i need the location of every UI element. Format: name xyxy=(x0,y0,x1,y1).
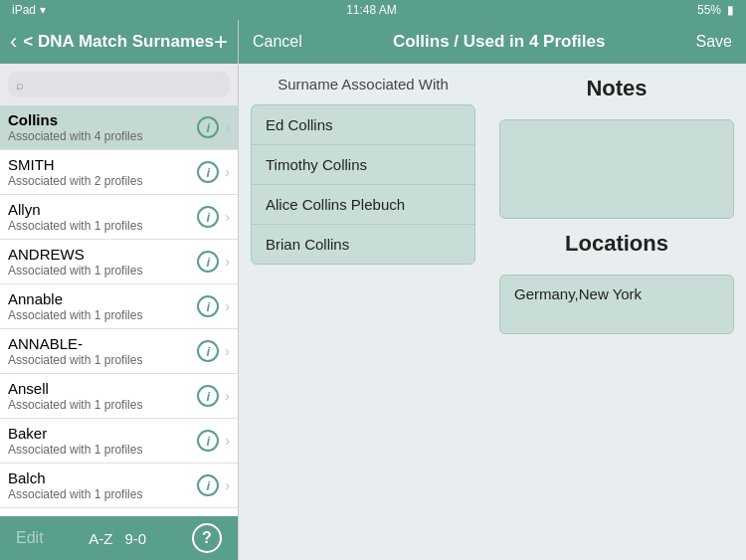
surname-info: Balch Associated with 1 profiles xyxy=(8,469,197,501)
surname-item[interactable]: BARNES Associated with 1 profiles i › xyxy=(0,508,238,516)
status-ipad: iPad xyxy=(12,3,36,17)
surname-name: Annable xyxy=(8,290,197,307)
status-time: 11:48 AM xyxy=(346,3,397,17)
surname-info: Ansell Associated with 1 profiles xyxy=(8,380,197,412)
surname-sub: Associated with 1 profiles xyxy=(8,487,197,501)
surname-item-icons: i › xyxy=(197,340,230,362)
surname-sub: Associated with 1 profiles xyxy=(8,264,197,278)
profiles-box: Ed CollinsTimothy CollinsAlice Collins P… xyxy=(251,104,475,265)
search-icon: ⌕ xyxy=(16,78,24,93)
surname-item-icons: i › xyxy=(197,251,230,273)
surname-list: Collins Associated with 4 profiles i › S… xyxy=(0,105,238,516)
chevron-right-icon: › xyxy=(225,477,230,493)
sort-az-button[interactable]: A-Z xyxy=(89,530,112,547)
chevron-right-icon: › xyxy=(225,388,230,404)
surname-item[interactable]: ANNABLE- Associated with 1 profiles i › xyxy=(0,329,238,374)
surname-item-icons: i › xyxy=(197,116,230,138)
add-button[interactable]: + xyxy=(214,28,228,56)
battery-label: 55% xyxy=(697,3,721,17)
profile-item[interactable]: Timothy Collins xyxy=(252,145,474,185)
right-panel: Cancel Collins / Used in 4 Profiles Save… xyxy=(239,20,746,560)
info-icon[interactable]: i xyxy=(197,161,219,183)
surname-item-icons: i › xyxy=(197,474,230,496)
surname-sub: Associated with 4 profiles xyxy=(8,129,197,143)
cancel-button[interactable]: Cancel xyxy=(253,33,302,51)
right-header: Cancel Collins / Used in 4 Profiles Save xyxy=(239,20,746,64)
surname-item[interactable]: Annable Associated with 1 profiles i › xyxy=(0,284,238,329)
search-input[interactable] xyxy=(8,72,230,97)
right-panel-title: Collins / Used in 4 Profiles xyxy=(393,32,606,52)
info-icon[interactable]: i xyxy=(197,430,219,452)
info-icon[interactable]: i xyxy=(197,251,219,273)
chevron-right-icon: › xyxy=(225,433,230,449)
surname-item-icons: i › xyxy=(197,385,230,407)
status-bar: iPad ▾ 11:48 AM 55% ▮ xyxy=(0,0,746,20)
back-arrow-icon[interactable]: ‹ xyxy=(10,29,17,55)
info-icon[interactable]: i xyxy=(197,295,219,317)
surname-info: Allyn Associated with 1 profiles xyxy=(8,201,197,233)
surname-sub: Associated with 1 profiles xyxy=(8,443,197,457)
surname-name: Balch xyxy=(8,469,197,486)
info-icon[interactable]: i xyxy=(197,385,219,407)
sort-90-button[interactable]: 9-0 xyxy=(125,530,147,547)
surname-item[interactable]: ANDREWS Associated with 1 profiles i › xyxy=(0,240,238,284)
left-footer: Edit A-Z 9-0 ? xyxy=(0,516,238,560)
profile-item[interactable]: Brian Collins xyxy=(252,225,474,264)
surname-sub: Associated with 1 profiles xyxy=(8,353,197,367)
profiles-section: Surname Associated With Ed CollinsTimoth… xyxy=(239,64,487,560)
surname-info: ANDREWS Associated with 1 profiles xyxy=(8,246,197,278)
surname-sub: Associated with 1 profiles xyxy=(8,398,197,412)
battery-icon: ▮ xyxy=(727,3,734,17)
edit-button[interactable]: Edit xyxy=(16,529,44,547)
surname-item-icons: i › xyxy=(197,430,230,452)
surname-item[interactable]: Collins Associated with 4 profiles i › xyxy=(0,105,238,150)
surname-item[interactable]: Balch Associated with 1 profiles i › xyxy=(0,464,238,508)
chevron-right-icon: › xyxy=(225,209,230,225)
surname-name: Ansell xyxy=(8,380,197,397)
chevron-right-icon: › xyxy=(225,119,230,135)
surname-info: ANNABLE- Associated with 1 profiles xyxy=(8,335,197,367)
locations-box[interactable]: Germany,New York xyxy=(499,275,734,334)
surname-info: Collins Associated with 4 profiles xyxy=(8,111,197,143)
help-button[interactable]: ? xyxy=(192,523,222,553)
surname-item-icons: i › xyxy=(197,295,230,317)
notes-box[interactable] xyxy=(499,119,734,219)
surname-item[interactable]: Baker Associated with 1 profiles i › xyxy=(0,419,238,464)
chevron-right-icon: › xyxy=(225,298,230,314)
info-icon[interactable]: i xyxy=(197,116,219,138)
wifi-icon: ▾ xyxy=(40,3,46,17)
locations-title-wrap: Locations xyxy=(499,231,734,263)
profile-item[interactable]: Ed Collins xyxy=(252,105,474,145)
left-header-title[interactable]: ‹ < DNA Match Surnames xyxy=(10,29,214,55)
surname-item[interactable]: Allyn Associated with 1 profiles i › xyxy=(0,195,238,240)
chevron-right-icon: › xyxy=(225,254,230,270)
surname-name: Baker xyxy=(8,425,197,442)
surname-name: Collins xyxy=(8,111,197,128)
surname-name: SMITH xyxy=(8,156,197,173)
save-button[interactable]: Save xyxy=(696,33,732,51)
surname-item[interactable]: SMITH Associated with 2 profiles i › xyxy=(0,150,238,195)
notes-title: Notes xyxy=(499,76,734,107)
surname-info: SMITH Associated with 2 profiles xyxy=(8,156,197,188)
locations-title: Locations xyxy=(499,231,734,257)
profile-item[interactable]: Alice Collins Plebuch xyxy=(252,185,474,225)
surname-item-icons: i › xyxy=(197,161,230,183)
info-icon[interactable]: i xyxy=(197,474,219,496)
profiles-section-label: Surname Associated With xyxy=(251,76,475,93)
info-icon[interactable]: i xyxy=(197,206,219,228)
search-wrap: ⌕ xyxy=(8,72,230,97)
surname-name: ANDREWS xyxy=(8,246,197,263)
surname-sub: Associated with 1 profiles xyxy=(8,219,197,233)
surname-item[interactable]: Ansell Associated with 1 profiles i › xyxy=(0,374,238,419)
status-left: iPad ▾ xyxy=(12,3,46,17)
surname-sub: Associated with 1 profiles xyxy=(8,308,197,322)
chevron-right-icon: › xyxy=(225,164,230,180)
surname-item-icons: i › xyxy=(197,206,230,228)
left-header: ‹ < DNA Match Surnames + xyxy=(0,20,238,64)
sort-options: A-Z 9-0 xyxy=(89,530,146,547)
surname-sub: Associated with 2 profiles xyxy=(8,174,197,188)
surname-name: ANNABLE- xyxy=(8,335,197,352)
surname-name: Allyn xyxy=(8,201,197,218)
info-icon[interactable]: i xyxy=(197,340,219,362)
right-content: Surname Associated With Ed CollinsTimoth… xyxy=(239,64,746,560)
